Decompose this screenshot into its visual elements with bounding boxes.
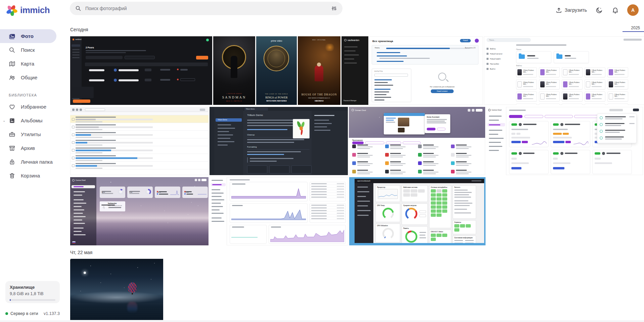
sidebar-item-locked-folder[interactable]: Личная папка: [0, 155, 64, 169]
file-icon: [586, 93, 590, 99]
sidebar-item-map[interactable]: Карта: [0, 57, 64, 71]
appstore-entry: [451, 145, 481, 150]
stat-tile-urls: URLs: [182, 187, 208, 198]
online-dot: [5, 312, 8, 315]
mini-search: Поиск...: [487, 38, 531, 42]
server-version[interactable]: v1.137.3: [44, 311, 60, 316]
photo-thumbnail-sandman-poster[interactable]: A NETFLIX SERIES SANDMAN AUG 5 | NETFLIX: [213, 36, 255, 105]
sidebar-item-label: Фото: [21, 33, 34, 39]
search-filters-icon[interactable]: [331, 5, 337, 11]
upload-button[interactable]: Загрузить: [556, 7, 587, 13]
photo-thumbnail-vaultwarden[interactable]: vaultwarden Password Manager Все хранили…: [341, 36, 483, 105]
area-chart: [231, 186, 306, 200]
app-icon: [418, 170, 422, 173]
appstore-grid: [352, 145, 482, 175]
chart-panel: [230, 182, 308, 201]
filter-pill: [365, 142, 384, 144]
appstore-entry: [418, 161, 448, 166]
filter-pill: [386, 142, 401, 144]
torrent-row: [70, 162, 209, 169]
torrent-row: [70, 154, 209, 162]
search-icon: [75, 5, 81, 11]
file-card: 3 Body Problem S01...: [516, 79, 537, 89]
chart-panel: [230, 225, 267, 244]
sidebar-item-utilities[interactable]: Утилиты: [0, 127, 64, 141]
photo-thumbnail-cosmos-servapps[interactable]: Cosmos Cloud: [486, 107, 643, 175]
photo-thumbnail-cosmos-home[interactable]: Cosmos Cloud ЦПУ: [70, 177, 209, 245]
cosmos-app-card: Vaultwarden Expose Vaultwarden to the we…: [100, 201, 125, 211]
app-icon: [418, 153, 422, 157]
photo-row: Trilium Demo Trilium Demo Trilium Demo C…: [70, 107, 643, 175]
sidebar-item-search[interactable]: Поиск: [0, 43, 64, 57]
omv-sidebar: [355, 183, 373, 243]
file-icon: [540, 93, 545, 99]
scrollbar-strip[interactable]: [0, 320, 644, 322]
stat-tile-ram: ОЗУ: [127, 187, 153, 198]
app-icon: [352, 170, 356, 173]
file-card: 3 Body Problem S01...: [562, 104, 583, 105]
search-bar[interactable]: [70, 2, 342, 15]
vaultwarden-filters-panel: ФИЛЬТРЫ: [372, 69, 411, 102]
photo-thumbnail-cosmos-monitoring[interactable]: [210, 177, 348, 245]
torrent-row: [70, 115, 209, 123]
stat-tile-cpu: ЦПУ: [100, 187, 125, 198]
app-icon: [352, 161, 356, 165]
sidebar-item-photos[interactable]: Фото: [0, 29, 56, 43]
search-input[interactable]: [85, 6, 327, 11]
servapp-card: [551, 121, 590, 147]
photo-thumbnail-openmediavault[interactable]: openmediavault Процессор CPU Temp: [349, 177, 486, 245]
file-card: 3 Body Problem S01...: [562, 67, 583, 77]
servapp-card: [551, 150, 590, 174]
file-icon: [540, 69, 545, 75]
file-card: 3 Body Problem S01...: [607, 91, 628, 102]
photo-thumbnail-rings-of-power-poster[interactable]: prime video THE LORD OF THE RINGS RINGS …: [256, 36, 297, 105]
file-icon: [586, 69, 590, 75]
appstore-entry: [451, 153, 481, 158]
dark-mode-toggle[interactable]: [595, 6, 603, 14]
servapp-card: [509, 121, 549, 147]
photo-thumbnail-cosmos-appstore[interactable]: Cosmos Cloud Home Assistant Приложения: [349, 107, 485, 175]
torrent-row: [70, 123, 209, 131]
appstore-entry: [385, 145, 415, 150]
sidebar-item-trash[interactable]: Корзина: [0, 169, 64, 183]
mini-chart: [532, 141, 547, 145]
upload-icon: [556, 7, 562, 13]
orange-button: [73, 99, 90, 103]
immich-logo[interactable]: immich: [6, 4, 50, 16]
servapp-card: [592, 150, 632, 174]
appstore-entry: [418, 145, 448, 150]
photo-thumbnail-hot-air-balloon[interactable]: [70, 259, 163, 320]
sidebar-item-archive[interactable]: Архив: [0, 141, 64, 155]
omv-panel-cpuutil: CPU Utilization: [375, 224, 400, 242]
file-icon: [563, 93, 567, 99]
file-icon: [586, 81, 590, 87]
sidebar-item-sharing[interactable]: Общие: [0, 71, 64, 84]
avatar[interactable]: A: [627, 4, 639, 16]
sidebar-item-favorites[interactable]: Избранное: [0, 100, 64, 114]
status-dot: [206, 39, 209, 41]
filter-pill: [403, 142, 421, 144]
timeline-scrubber-year[interactable]: 2025: [623, 26, 644, 32]
app-icon: [352, 145, 356, 148]
sidebar-item-albums[interactable]: ⌄ Альбомы: [0, 114, 64, 127]
app-icon: [352, 153, 356, 157]
chevron-down-icon[interactable]: ⌄: [3, 119, 5, 122]
appstore-section-label: Приложения: [352, 139, 363, 141]
omv-panel-cpu: Процессор: [375, 185, 400, 202]
people-icon: [9, 74, 15, 81]
photo-thumbnail-filebrowser[interactable]: Поиск... ФайлыНовый каталогНовый файлНас…: [484, 36, 644, 105]
new-item-button: Новый элемент: [431, 89, 454, 93]
hot-air-balloon: [128, 282, 137, 293]
notifications-button[interactable]: [611, 6, 619, 14]
photo-thumbnail-house-of-the-dragon-poster[interactable]: HBO ORIGINAL HOUSE OF THE DRAGON NEW SER…: [298, 36, 340, 105]
trilium-heading: Cleanup: [247, 134, 255, 136]
toolbox-icon: [9, 131, 15, 138]
file-icon: [517, 81, 522, 87]
folder-card: [554, 51, 589, 63]
file-icon: [517, 93, 522, 99]
photo-thumbnail-torrent-client[interactable]: [70, 107, 209, 175]
sidebar-item-label: Архив: [21, 145, 35, 151]
photo-thumbnail-trilium[interactable]: Trilium Demo Trilium Demo Trilium Demo C…: [210, 107, 348, 175]
app-icon: [451, 170, 455, 173]
photo-thumbnail-netbird[interactable]: netbird 2 Peers: [70, 36, 212, 105]
